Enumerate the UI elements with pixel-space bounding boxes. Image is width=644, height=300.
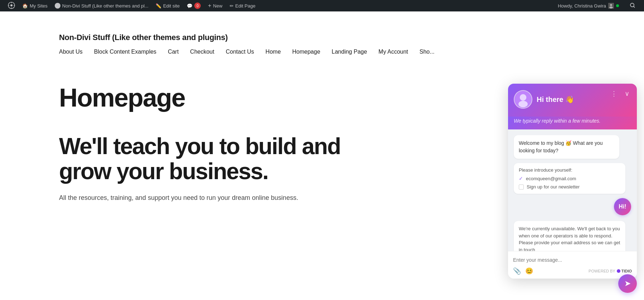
site-title: Non-Divi Stuff (Like other themes and pl… (0, 23, 644, 42)
user-avatar (608, 3, 614, 9)
comment-count-badge: 0 (194, 3, 201, 9)
attach-icon: 📎 (513, 267, 521, 275)
chat-newsletter-checkbox[interactable] (519, 185, 524, 190)
chat-attach-button[interactable]: 📎 (513, 267, 521, 275)
chat-body: Welcome to my blog 🥳 What are you lookin… (508, 129, 637, 251)
chat-widget: Hi there 👋 ⋮ ∨ We typically reply within… (508, 84, 637, 279)
admin-search-icon[interactable] (625, 3, 640, 9)
edit-page-link[interactable]: ✏ Edit Page (226, 0, 259, 11)
nav-item-contact-us[interactable]: Contact Us (226, 49, 254, 55)
emoji-icon: 😊 (525, 267, 533, 275)
admin-bar: 🏠 My Sites Non-Divi Stuff (Like other th… (0, 0, 644, 11)
site-circle-icon (55, 3, 60, 9)
site-name-link[interactable]: Non-Divi Stuff (Like other themes and pl… (51, 0, 152, 11)
page-title: Homepage (59, 83, 585, 112)
chat-email-row: ✓ ecomqueen@gmail.com (519, 176, 620, 181)
comments-link[interactable]: 💬 0 (183, 0, 204, 11)
chat-reply-time: We typically reply within a few minutes. (514, 118, 631, 124)
edit-site-icon: ✏️ (156, 3, 161, 9)
chat-unavailable-message: We're currently unavailable. We'll get b… (514, 221, 625, 251)
nav-item-landing-page[interactable]: Landing Page (332, 49, 367, 55)
comment-icon: 💬 (187, 3, 192, 9)
chat-newsletter-label: Sign up for our newsletter (527, 184, 580, 190)
chat-more-icon: ⋮ (611, 90, 617, 98)
plus-icon: + (208, 3, 211, 9)
nav-item-about-us[interactable]: About Us (59, 49, 83, 55)
svg-point-12 (520, 94, 526, 100)
new-content-link[interactable]: + New (204, 0, 226, 11)
hero-text: We'll teach you to build and grow your b… (59, 134, 381, 184)
chat-introduce-block: Please introduce yourself: ✓ ecomqueen@g… (514, 163, 625, 194)
send-icon: ➤ (624, 279, 631, 288)
chat-message-input[interactable] (513, 256, 632, 264)
my-sites-icon: 🏠 (22, 3, 28, 9)
tidio-logo: TIDIO (617, 269, 632, 273)
svg-point-1 (10, 4, 13, 6)
chat-footer-actions: 📎 😊 POWERED BY TIDIO (513, 267, 632, 275)
chat-collapse-icon: ∨ (625, 90, 629, 98)
chat-send-button[interactable]: ➤ (618, 274, 637, 293)
my-sites-link[interactable]: 🏠 My Sites (19, 0, 51, 11)
chat-header: Hi there 👋 ⋮ ∨ (508, 84, 637, 117)
nav-item-shop[interactable]: Sho... (420, 49, 435, 55)
chat-hi-button[interactable]: Hi! (614, 198, 631, 215)
user-greeting: Howdy, Christina Gwira (554, 3, 623, 9)
nav-item-homepage[interactable]: Homepage (292, 49, 320, 55)
chat-collapse-button[interactable]: ∨ (622, 89, 632, 99)
chat-email-value: ecomqueen@gmail.com (526, 176, 576, 181)
hero-description: All the resources, training, and support… (59, 193, 363, 203)
site-header: Non-Divi Stuff (Like other themes and pl… (0, 11, 644, 62)
chat-introduce-label: Please introduce yourself: (519, 167, 620, 173)
chat-more-options-button[interactable]: ⋮ (609, 89, 619, 99)
chat-header-actions: ⋮ ∨ (609, 89, 632, 99)
chat-footer: 📎 😊 POWERED BY TIDIO (508, 251, 637, 279)
wp-logo-icon (8, 2, 15, 10)
svg-line-10 (634, 6, 635, 8)
nav-item-cart[interactable]: Cart (168, 49, 179, 55)
svg-point-7 (610, 4, 612, 6)
svg-point-8 (609, 6, 613, 9)
nav-item-checkout[interactable]: Checkout (190, 49, 214, 55)
user-online-indicator (616, 4, 619, 7)
nav-item-home[interactable]: Home (265, 49, 281, 55)
svg-point-13 (518, 101, 528, 107)
site-navigation: About Us Block Content Examples Cart Che… (0, 42, 644, 62)
chat-check-icon: ✓ (519, 176, 523, 181)
edit-site-link[interactable]: ✏️ Edit site (152, 0, 183, 11)
chat-welcome-message: Welcome to my blog 🥳 What are you lookin… (514, 135, 619, 159)
nav-item-block-content[interactable]: Block Content Examples (94, 49, 156, 55)
chat-footer-icons: 📎 😊 (513, 267, 533, 275)
nav-item-my-account[interactable]: My Account (379, 49, 408, 55)
chat-powered-by: POWERED BY TIDIO (589, 269, 632, 273)
chat-emoji-button[interactable]: 😊 (525, 267, 533, 275)
pencil-icon: ✏ (230, 3, 234, 9)
chat-sub-header: We typically reply within a few minutes. (508, 117, 637, 129)
chat-agent-avatar (514, 90, 532, 109)
wp-logo-link[interactable] (4, 0, 19, 11)
chat-newsletter-row: Sign up for our newsletter (519, 184, 620, 190)
